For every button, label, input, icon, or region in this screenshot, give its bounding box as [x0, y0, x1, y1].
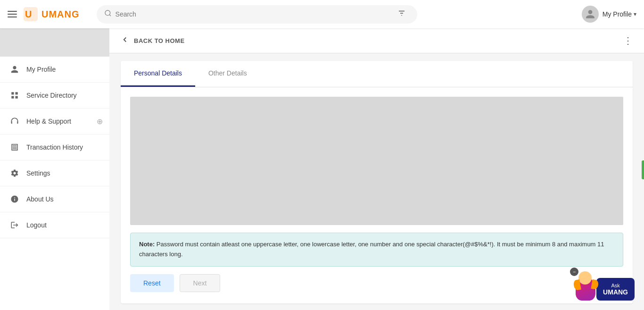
form-content-placeholder	[130, 97, 623, 225]
sidebar-label-settings: Settings	[26, 169, 50, 177]
sidebar-label-logout: Logout	[26, 221, 47, 229]
search-bar	[97, 5, 417, 24]
green-accent-bar	[642, 160, 644, 179]
form-area: Note: Password must contain atleast one …	[121, 87, 633, 303]
sidebar-top-banner	[0, 28, 109, 57]
svg-text:U: U	[25, 9, 32, 19]
sidebar-label-service-directory: Service Directory	[26, 92, 77, 99]
password-note: Note: Password must contain atleast one …	[130, 233, 623, 267]
body: My Profile Service Directory Help & Supp…	[0, 28, 644, 310]
info-icon	[9, 194, 20, 204]
umang-label: UMANG	[603, 288, 628, 296]
back-label: BACK TO HOME	[134, 37, 185, 44]
grid-icon	[9, 90, 20, 101]
back-arrow-icon	[121, 35, 129, 46]
profile-dropdown-icon: ▾	[634, 11, 636, 17]
svg-line-4	[109, 15, 111, 16]
main-content: BACK TO HOME ⋮ Personal Details Other De…	[109, 28, 644, 310]
sidebar-item-logout[interactable]: Logout	[0, 212, 109, 238]
filter-icon[interactable]	[397, 9, 406, 20]
settings-icon	[9, 168, 20, 178]
header: U UMANG My Profile ▾	[0, 0, 644, 28]
sidebar-label-transaction-history: Transaction History	[26, 143, 83, 151]
sidebar-item-about-us[interactable]: About Us	[0, 186, 109, 212]
search-input[interactable]	[116, 10, 397, 18]
logo: U UMANG	[23, 6, 80, 22]
sidebar: My Profile Service Directory Help & Supp…	[0, 28, 109, 310]
umang-logo-icon: U	[23, 6, 39, 22]
svg-point-3	[105, 10, 110, 16]
ask-umang-widget[interactable]: − Ask UMANG	[574, 271, 635, 301]
expand-icon: ⊕	[97, 117, 103, 126]
back-bar[interactable]: BACK TO HOME ⋮	[109, 28, 644, 53]
sidebar-item-service-directory[interactable]: Service Directory	[0, 83, 109, 109]
logo-text: UMANG	[41, 9, 80, 20]
next-button[interactable]: Next	[180, 274, 221, 292]
sidebar-item-help-support[interactable]: Help & Support ⊕	[0, 109, 109, 134]
profile-menu[interactable]: My Profile ▾	[582, 6, 636, 23]
profile-label: My Profile	[603, 10, 632, 18]
tab-other-details[interactable]: Other Details	[195, 61, 260, 87]
note-prefix: Note:	[139, 241, 155, 248]
note-text: Password must contain atleast one upperc…	[139, 241, 604, 258]
logout-icon	[9, 220, 20, 230]
reset-button[interactable]: Reset	[130, 274, 174, 292]
sidebar-item-my-profile[interactable]: My Profile	[0, 57, 109, 83]
button-row: Reset Next	[130, 274, 623, 303]
avatar	[582, 6, 599, 23]
profile-card: Personal Details Other Details Note: Pas…	[121, 61, 633, 303]
sidebar-item-settings[interactable]: Settings	[0, 160, 109, 186]
sidebar-item-transaction-history[interactable]: Transaction History	[0, 134, 109, 160]
receipt-icon	[9, 142, 20, 152]
ask-umang-bubble: Ask UMANG	[596, 278, 635, 301]
ask-label: Ask	[611, 283, 619, 288]
person-icon	[9, 64, 20, 75]
headset-icon	[9, 116, 20, 126]
sidebar-label-about-us: About Us	[26, 195, 54, 203]
sidebar-label-my-profile: My Profile	[26, 66, 56, 73]
search-icon	[104, 9, 112, 19]
tab-bar: Personal Details Other Details	[121, 61, 633, 87]
hamburger-menu[interactable]	[8, 11, 17, 17]
three-dots-menu[interactable]: ⋮	[623, 35, 633, 46]
sidebar-label-help-support: Help & Support	[26, 117, 71, 125]
tab-personal-details[interactable]: Personal Details	[121, 61, 195, 87]
